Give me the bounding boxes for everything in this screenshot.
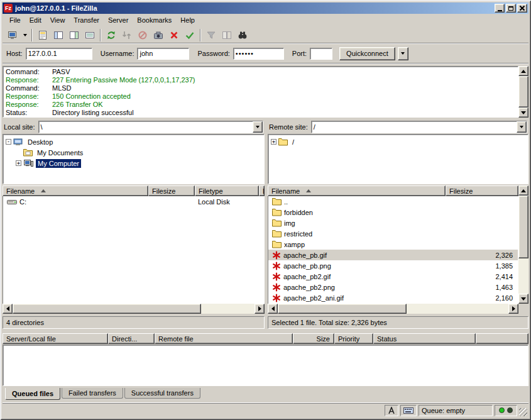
menu-file[interactable]: File bbox=[5, 15, 25, 25]
menu-help[interactable]: Help bbox=[176, 15, 199, 25]
column-header-filetype[interactable]: Filetype bbox=[195, 185, 259, 196]
toggle-log-button[interactable] bbox=[35, 28, 50, 42]
remote-tree[interactable]: + / bbox=[268, 134, 528, 184]
file-row[interactable]: forbidden bbox=[268, 207, 518, 218]
scroll-up-button[interactable] bbox=[518, 66, 528, 76]
remote-horizontal-scrollbar[interactable] bbox=[268, 304, 518, 314]
password-input[interactable] bbox=[233, 48, 284, 60]
column-header-filename[interactable]: Filename bbox=[268, 185, 446, 196]
remote-file-list[interactable]: .. forbidden img restricted bbox=[268, 196, 518, 304]
arrow-up-icon bbox=[521, 70, 526, 73]
reconnect-button[interactable] bbox=[182, 28, 197, 42]
file-row[interactable]: C: Local Disk bbox=[3, 196, 264, 207]
filter-button[interactable] bbox=[204, 28, 219, 42]
column-header-filename[interactable]: Filename bbox=[3, 185, 148, 196]
scroll-up-button[interactable] bbox=[518, 185, 528, 196]
resize-grip[interactable] bbox=[519, 408, 527, 416]
file-row[interactable]: apache_pb2.gif 2,414 bbox=[268, 271, 518, 282]
username-input[interactable] bbox=[137, 48, 189, 60]
toggle-queue-button[interactable] bbox=[82, 28, 97, 42]
refresh-button[interactable] bbox=[104, 28, 119, 42]
local-site-dropdown-button[interactable] bbox=[253, 121, 263, 133]
file-row[interactable]: apache_pb2.png 1,463 bbox=[268, 282, 518, 292]
cancel-button[interactable] bbox=[135, 28, 150, 42]
process-queue-button[interactable] bbox=[119, 28, 134, 42]
expand-icon[interactable]: + bbox=[271, 139, 276, 145]
menu-transfer[interactable]: Transfer bbox=[69, 15, 104, 25]
scroll-down-button[interactable] bbox=[518, 294, 528, 304]
tab-failed-transfers[interactable]: Failed transfers bbox=[62, 388, 123, 399]
keyboard-indicator[interactable] bbox=[400, 405, 417, 416]
file-row[interactable]: img bbox=[268, 218, 518, 228]
local-tree[interactable]: - Desktop My Documents + My Computer bbox=[3, 134, 265, 184]
snapshot-button[interactable] bbox=[151, 28, 166, 42]
compare-button[interactable] bbox=[219, 28, 234, 42]
menu-bookmarks[interactable]: Bookmarks bbox=[133, 15, 176, 25]
collapse-icon[interactable]: - bbox=[6, 139, 11, 145]
menu-server[interactable]: Server bbox=[104, 15, 133, 25]
quickconnect-dropdown-button[interactable] bbox=[398, 47, 408, 60]
file-row[interactable]: restricted bbox=[268, 228, 518, 239]
minimize-button[interactable] bbox=[495, 4, 505, 13]
remote-site-dropdown-button[interactable] bbox=[517, 121, 527, 133]
column-header-lastmodified[interactable]: L bbox=[259, 185, 265, 196]
message-log-text[interactable]: Command:PASV Response:227 Entering Passi… bbox=[3, 66, 518, 118]
menu-edit[interactable]: Edit bbox=[25, 15, 46, 25]
column-header-priority[interactable]: Priority bbox=[334, 333, 373, 344]
close-button[interactable] bbox=[517, 4, 527, 13]
column-header-status[interactable]: Status bbox=[373, 333, 476, 344]
scrollbar-thumb[interactable] bbox=[518, 76, 528, 108]
arrow-left-icon bbox=[6, 306, 9, 311]
remote-site-combobox[interactable]: / bbox=[311, 121, 527, 133]
port-input[interactable] bbox=[310, 48, 332, 60]
local-horizontal-scrollbar[interactable] bbox=[3, 304, 265, 314]
arrow-right-icon bbox=[258, 306, 261, 311]
expand-icon[interactable]: + bbox=[16, 160, 21, 166]
arrow-up-icon bbox=[521, 189, 526, 192]
file-row[interactable]: apache_pb2_ani.gif 2,160 bbox=[268, 292, 518, 303]
column-header-filesize[interactable]: Filesize bbox=[148, 185, 195, 196]
maximize-button[interactable] bbox=[506, 4, 516, 13]
tree-item-my-computer[interactable]: + My Computer bbox=[16, 158, 264, 169]
site-manager-dropdown-button[interactable] bbox=[21, 28, 29, 42]
tab-queued-files[interactable]: Queued files bbox=[5, 388, 60, 400]
tree-item-my-documents[interactable]: My Documents bbox=[16, 147, 264, 158]
scroll-left-button[interactable] bbox=[268, 304, 278, 314]
scrollbar-thumb[interactable] bbox=[278, 304, 407, 314]
scroll-left-button[interactable] bbox=[3, 304, 13, 314]
disconnect-button[interactable] bbox=[167, 28, 182, 42]
file-row-selected[interactable]: apache_pb.gif 2,326 bbox=[268, 250, 518, 260]
spacer bbox=[3, 329, 528, 333]
scroll-right-button[interactable] bbox=[508, 304, 518, 314]
column-header-remote-file[interactable]: Remote file bbox=[155, 333, 293, 344]
file-row[interactable]: xampp bbox=[268, 239, 518, 250]
file-row[interactable]: .. bbox=[268, 196, 518, 207]
column-header-direction[interactable]: Directi... bbox=[108, 333, 155, 344]
tree-item-root[interactable]: + / bbox=[271, 136, 528, 147]
site-manager-button[interactable] bbox=[5, 28, 20, 42]
tree-item-desktop[interactable]: - Desktop bbox=[6, 136, 264, 147]
scrollbar-thumb[interactable] bbox=[518, 196, 528, 258]
host-input[interactable] bbox=[26, 48, 92, 60]
quickconnect-button[interactable]: Quickconnect bbox=[339, 47, 395, 60]
scrollbar-thumb[interactable] bbox=[13, 304, 201, 314]
find-button[interactable] bbox=[235, 28, 250, 42]
toggle-remote-tree-button[interactable] bbox=[67, 28, 82, 42]
column-header-server-local-file[interactable]: Server/Local file bbox=[3, 333, 108, 344]
tab-successful-transfers[interactable]: Successful transfers bbox=[124, 388, 200, 399]
menu-view[interactable]: View bbox=[46, 15, 70, 25]
file-row[interactable]: apache_pb.png 1,385 bbox=[268, 260, 518, 271]
local-file-list[interactable]: C: Local Disk bbox=[3, 196, 265, 304]
image-file-icon bbox=[272, 251, 281, 260]
drive-icon bbox=[7, 198, 17, 206]
transfer-type-indicator[interactable] bbox=[385, 405, 398, 416]
log-scrollbar[interactable] bbox=[518, 66, 528, 118]
column-header-filesize[interactable]: Filesize bbox=[446, 185, 518, 196]
scroll-right-button[interactable] bbox=[255, 304, 265, 314]
column-header-size[interactable]: Size bbox=[293, 333, 334, 344]
scroll-down-button[interactable] bbox=[518, 108, 528, 118]
local-site-combobox[interactable]: \ bbox=[38, 121, 263, 133]
toggle-local-tree-button[interactable] bbox=[51, 28, 66, 42]
remote-vertical-scrollbar[interactable] bbox=[518, 185, 528, 304]
queue-list[interactable] bbox=[3, 345, 528, 386]
